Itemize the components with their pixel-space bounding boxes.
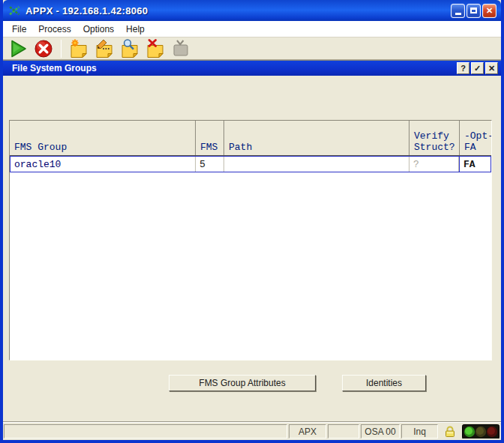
window-title: APPX - 192.168.1.42:8060 [26, 5, 451, 16]
menu-item-process[interactable]: Process [32, 22, 76, 36]
column-header-fms-group: FMS Group [10, 121, 196, 155]
scratchpad-button-disabled[interactable] [170, 38, 191, 58]
cell-verify-struct[interactable]: ? [410, 157, 459, 172]
identities-button[interactable]: Identities [342, 375, 426, 391]
panel-titlebar: File System Groups ? ✓ ✕ [3, 60, 501, 76]
delete-record-note-icon [146, 39, 165, 58]
minimize-button[interactable] [451, 4, 465, 18]
traffic-light-icon [462, 424, 500, 439]
panel-help-button[interactable]: ? [457, 62, 470, 74]
status-mode-cell: Inq [401, 424, 438, 439]
status-lock-cell [440, 424, 460, 439]
edit-record-note-icon [94, 39, 114, 58]
cell-fms-group[interactable]: oracle10 [10, 157, 196, 172]
delete-record-button[interactable] [145, 38, 166, 58]
panel-title: File System Groups [12, 63, 455, 73]
table-row[interactable]: oracle10 5 ? FA [10, 156, 491, 172]
status-osa-cell: OSA 00 [361, 424, 400, 439]
column-header-verify-struct: Verify Struct? [410, 121, 460, 155]
status-traffic-light [462, 424, 500, 439]
table-header: FMS Group FMS Path Verify Struct? -Opt- … [10, 121, 491, 156]
status-message-cell [4, 424, 287, 439]
menu-item-file[interactable]: File [6, 22, 32, 36]
appx-logo-icon [8, 4, 21, 17]
close-button[interactable]: ✕ [482, 4, 496, 18]
toolbar [3, 37, 501, 60]
toolbar-separator [61, 40, 62, 58]
menubar: File Process Options Help [3, 21, 501, 37]
view-record-note-icon [120, 39, 140, 58]
run-button[interactable] [8, 38, 28, 58]
panel-ok-button[interactable]: ✓ [471, 62, 484, 74]
lock-icon [443, 425, 457, 439]
insert-record-button[interactable] [68, 38, 89, 58]
edit-record-button[interactable] [94, 38, 115, 58]
tv-disabled-icon [171, 39, 190, 58]
status-blank-cell [328, 424, 359, 439]
cell-fa[interactable]: FA [459, 157, 490, 172]
column-header-opt-fa: -Opt- FA [460, 121, 492, 155]
play-icon [8, 39, 28, 58]
titlebar: APPX - 192.168.1.42:8060 ✕ [3, 0, 501, 21]
new-record-note-icon [69, 39, 88, 58]
column-header-fms: FMS [196, 121, 224, 155]
statusbar: APX OSA 00 Inq [3, 422, 501, 440]
view-record-button[interactable] [119, 38, 140, 58]
minimize-icon [455, 13, 461, 15]
maximize-button[interactable] [466, 4, 481, 18]
maximize-icon [470, 7, 477, 13]
menu-item-options[interactable]: Options [77, 22, 120, 36]
cancel-button[interactable] [33, 38, 54, 58]
close-icon: ✕ [486, 7, 493, 15]
app-window: APPX - 192.168.1.42:8060 ✕ File Process … [0, 0, 504, 443]
status-apx-cell: APX [289, 424, 326, 439]
cell-path[interactable] [224, 157, 410, 172]
menu-item-help[interactable]: Help [120, 22, 151, 36]
content-area: FMS Group FMS Path Verify Struct? -Opt- … [3, 76, 501, 422]
fsg-table: FMS Group FMS Path Verify Struct? -Opt- … [9, 120, 492, 361]
column-header-path: Path [224, 121, 410, 155]
cancel-icon [34, 39, 53, 58]
panel-close-button[interactable]: ✕ [485, 62, 498, 74]
fms-group-attributes-button[interactable]: FMS Group Attributes [169, 375, 316, 391]
cell-fms[interactable]: 5 [196, 157, 224, 172]
